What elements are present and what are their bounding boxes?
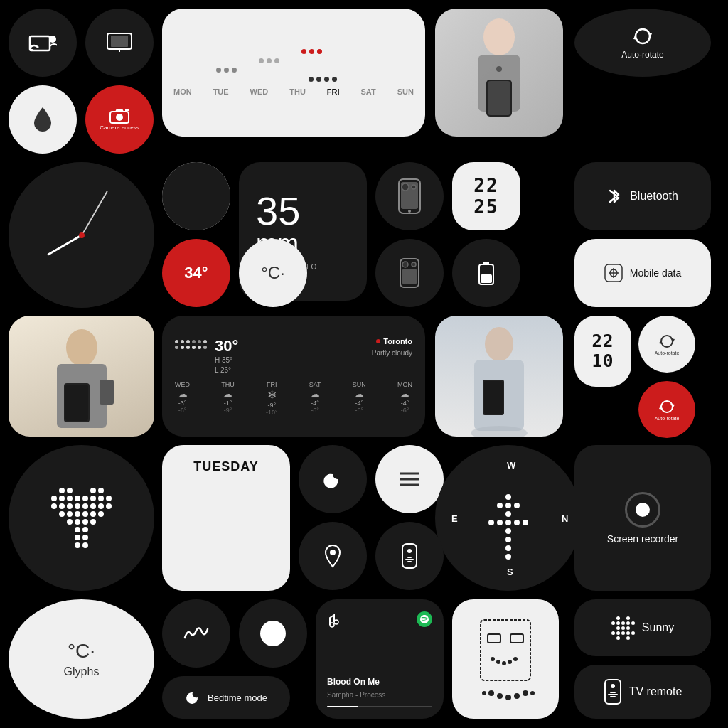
forecast-high-0: -3°	[175, 400, 190, 407]
glyph-heart-widget	[9, 445, 154, 591]
svg-rect-85	[402, 544, 417, 568]
bedtime-mode-widget[interactable]: Bedtime mode	[162, 676, 290, 719]
screen-recorder-widget[interactable]: Screen recorder	[574, 445, 711, 591]
clock-widget	[9, 162, 154, 308]
robot-face-widget	[452, 599, 559, 719]
forecast-high-1: -1°	[221, 400, 235, 407]
forecast-day-2: FRI	[266, 381, 278, 388]
auto-rotate-red[interactable]: Auto-rotate	[638, 381, 695, 438]
compass-widget: W N S E	[435, 445, 581, 591]
man-photo	[9, 316, 154, 437]
svg-point-77	[488, 690, 494, 696]
svg-point-58	[505, 537, 511, 542]
svg-point-76	[513, 657, 518, 661]
svg-point-79	[505, 695, 511, 700]
cast-button[interactable]	[9, 9, 77, 77]
svg-rect-71	[510, 634, 523, 643]
weather-low: L 26°	[215, 366, 231, 374]
svg-rect-88	[407, 561, 412, 562]
svg-point-59	[505, 545, 511, 551]
forecast-high-3: -4°	[309, 400, 321, 407]
svg-rect-22	[483, 262, 489, 265]
svg-rect-87	[407, 557, 412, 558]
temperature-widget: 34°	[162, 239, 230, 307]
sunny-widget[interactable]: Sunny	[574, 599, 711, 656]
svg-point-10	[496, 66, 502, 72]
phone-icon-2[interactable]	[375, 239, 444, 307]
bluetooth-label: Bluetooth	[630, 190, 678, 203]
mobile-data-label: Mobile data	[630, 267, 681, 279]
forecast-day-0: WED	[175, 381, 190, 388]
svg-rect-93	[610, 696, 616, 697]
svg-rect-70	[488, 634, 500, 643]
svg-text:E: E	[451, 513, 458, 524]
svg-point-78	[497, 693, 503, 699]
svg-rect-9	[488, 81, 510, 115]
forecast-day-1: THU	[221, 381, 235, 388]
temperature-value: 34°	[184, 264, 208, 282]
tv-remote-label: TV remote	[629, 685, 682, 698]
forecast-day-5: MON	[397, 381, 412, 388]
auto-rotate-small[interactable]: Auto-rotate	[638, 316, 695, 373]
phone-icon-1[interactable]	[375, 162, 444, 230]
tv-remote-widget[interactable]: TV remote	[574, 665, 711, 719]
svg-rect-69	[481, 620, 530, 680]
svg-point-74	[502, 661, 506, 665]
svg-point-37	[485, 327, 513, 361]
bedtime-label: Bedtime mode	[208, 692, 267, 703]
svg-point-53	[505, 494, 511, 500]
dark-circle-large	[162, 162, 230, 230]
day-thu: THU	[289, 87, 306, 96]
menu-button[interactable]	[375, 445, 444, 513]
mobile-data-widget[interactable]: Mobile data	[574, 239, 711, 307]
forecast-low-0: -6°	[175, 407, 190, 414]
forecast-high-2: -9°	[266, 402, 278, 409]
remote-button[interactable]	[375, 522, 444, 590]
forecast-low-2: -10°	[266, 409, 278, 416]
svg-rect-94	[608, 694, 618, 695]
svg-point-73	[496, 660, 500, 664]
weather-widget[interactable]: 30° H 35° L 26° Toronto Partly cloudy WE…	[162, 316, 425, 437]
svg-point-20	[412, 185, 416, 189]
steps-button[interactable]	[162, 599, 230, 668]
celsius-button[interactable]: °C·	[239, 239, 307, 307]
svg-point-54	[505, 503, 511, 508]
main-container: MON TUE WED THU FRI SAT SUN	[0, 0, 728, 728]
battery-icon	[452, 239, 520, 307]
svg-point-30	[412, 262, 416, 267]
screen-button[interactable]	[85, 9, 154, 77]
sunny-label: Sunny	[642, 621, 674, 634]
svg-point-62	[497, 520, 503, 525]
forecast-day-4: SUN	[353, 381, 366, 388]
svg-point-19	[402, 183, 409, 191]
day-sat: SAT	[361, 87, 376, 96]
forecast-low-5: -6°	[397, 407, 412, 414]
bluetooth-widget[interactable]: Bluetooth	[574, 162, 711, 230]
music-player-widget[interactable]: Blood On Me Sampha - Process	[316, 599, 444, 719]
svg-rect-35	[65, 385, 88, 421]
woman-photo	[435, 316, 563, 437]
location-button[interactable]	[299, 522, 367, 590]
forecast-high-5: -4°	[397, 400, 412, 407]
svg-point-60	[505, 554, 511, 560]
tuesday-label: TUESDAY	[193, 459, 258, 474]
calendar-widget[interactable]: MON TUE WED THU FRI SAT SUN	[162, 9, 425, 136]
svg-point-29	[402, 262, 408, 267]
time-hour: 22	[473, 175, 498, 196]
svg-point-18	[408, 210, 411, 213]
svg-point-81	[523, 690, 528, 696]
camera-access-label: Camera access	[100, 125, 139, 132]
auto-rotate-widget-1[interactable]: Auto-rotate	[574, 9, 711, 77]
music-track: Blood On Me	[327, 677, 380, 687]
moon-button[interactable]	[299, 445, 367, 513]
record-button[interactable]	[239, 599, 307, 668]
svg-point-86	[407, 549, 412, 553]
svg-rect-40	[484, 381, 503, 414]
svg-point-80	[514, 693, 520, 699]
ink-drop-button[interactable]	[9, 85, 77, 154]
time-minute: 25	[473, 196, 498, 218]
time-2225-widget: 22 25	[452, 162, 520, 230]
svg-point-65	[497, 503, 503, 508]
weather-temp: 30°	[215, 337, 238, 355]
camera-access-button[interactable]: Camera access	[85, 85, 154, 154]
